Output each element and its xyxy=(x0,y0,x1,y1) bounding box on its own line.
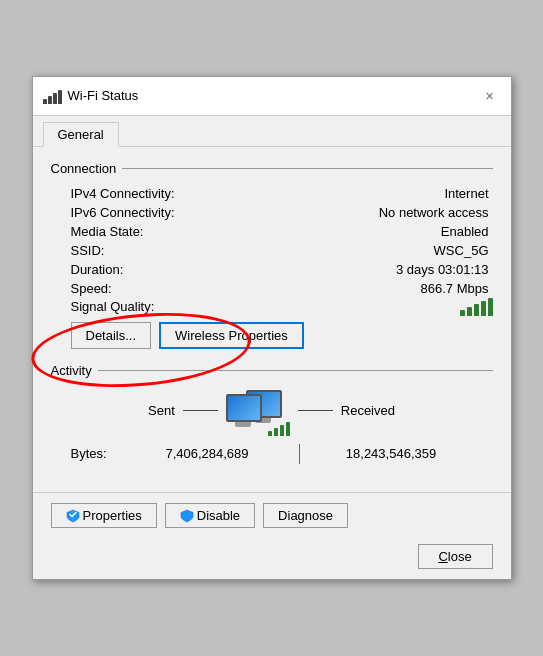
shield-disable-icon xyxy=(180,509,194,523)
table-row: IPv4 Connectivity: Internet xyxy=(51,184,493,203)
title-bar-left: Wi-Fi Status xyxy=(43,88,139,104)
connection-divider xyxy=(122,168,492,169)
media-state-value: Enabled xyxy=(281,222,493,241)
activity-divider xyxy=(98,370,493,371)
shield-icon xyxy=(66,509,80,523)
bytes-sent-value: 7,406,284,689 xyxy=(126,446,289,461)
tab-general[interactable]: General xyxy=(43,122,119,147)
wireless-properties-button[interactable]: Wireless Properties xyxy=(159,322,304,349)
window-title: Wi-Fi Status xyxy=(68,88,139,103)
act-bar-4 xyxy=(286,422,290,436)
ipv6-value: No network access xyxy=(281,203,493,222)
window-close-button[interactable]: × xyxy=(479,85,501,107)
signal-bar-2 xyxy=(467,307,472,316)
table-row: Speed: 866.7 Mbps xyxy=(51,279,493,298)
act-bar-3 xyxy=(280,425,284,436)
received-label: Received xyxy=(341,403,395,418)
tab-bar: General xyxy=(33,116,511,147)
ipv4-value: Internet xyxy=(281,184,493,203)
sent-line xyxy=(183,410,218,411)
activity-signal-bars xyxy=(268,422,290,436)
properties-label: Properties xyxy=(83,508,142,523)
monitor-front-stand xyxy=(235,422,251,427)
bytes-divider xyxy=(299,444,300,464)
duration-value: 3 days 03:01:13 xyxy=(281,260,493,279)
close-button[interactable]: Close xyxy=(418,544,493,569)
signal-bar-4 xyxy=(481,301,486,316)
sent-label: Sent xyxy=(148,403,175,418)
connection-header: Connection xyxy=(51,161,493,176)
wifi-title-icon xyxy=(43,88,62,104)
close-row: Close xyxy=(33,538,511,579)
content-area: Connection IPv4 Connectivity: Internet I… xyxy=(33,147,511,492)
ssid-value: WSC_5G xyxy=(281,241,493,260)
signal-quality-row: Signal Quality: xyxy=(51,298,493,316)
table-row: SSID: WSC_5G xyxy=(51,241,493,260)
network-computers-icon xyxy=(226,386,290,436)
bytes-label: Bytes: xyxy=(71,446,126,461)
signal-quality-label: Signal Quality: xyxy=(71,299,155,314)
bytes-received-value: 18,243,546,359 xyxy=(310,446,473,461)
connection-buttons-row: Details... Wireless Properties xyxy=(51,322,493,349)
duration-label: Duration: xyxy=(51,260,281,279)
signal-bars-icon xyxy=(460,298,493,316)
properties-button[interactable]: Properties xyxy=(51,503,157,529)
media-state-label: Media State: xyxy=(51,222,281,241)
disable-label: Disable xyxy=(197,508,240,523)
bytes-row: Bytes: 7,406,284,689 18,243,546,359 xyxy=(51,444,493,464)
table-row: IPv6 Connectivity: No network access xyxy=(51,203,493,222)
signal-bar-1 xyxy=(460,310,465,316)
activity-section: Activity Sent xyxy=(51,363,493,464)
connection-title: Connection xyxy=(51,161,123,176)
ipv6-label: IPv6 Connectivity: xyxy=(51,203,281,222)
ssid-label: SSID: xyxy=(51,241,281,260)
details-button[interactable]: Details... xyxy=(71,322,152,349)
wifi-status-window: Wi-Fi Status × General Connection IPv4 C… xyxy=(32,76,512,581)
title-bar: Wi-Fi Status × xyxy=(33,77,511,116)
speed-label: Speed: xyxy=(51,279,281,298)
activity-title: Activity xyxy=(51,363,98,378)
activity-visual: Sent xyxy=(51,386,493,436)
diagnose-button[interactable]: Diagnose xyxy=(263,503,348,529)
bottom-buttons-row: Properties Disable Diagnose xyxy=(33,492,511,539)
activity-header: Activity xyxy=(51,363,493,378)
table-row: Media State: Enabled xyxy=(51,222,493,241)
ipv4-label: IPv4 Connectivity: xyxy=(51,184,281,203)
disable-button[interactable]: Disable xyxy=(165,503,255,529)
act-bar-2 xyxy=(274,428,278,436)
speed-value: 866.7 Mbps xyxy=(281,279,493,298)
act-bar-1 xyxy=(268,431,272,436)
connection-section: Connection IPv4 Connectivity: Internet I… xyxy=(51,161,493,349)
close-label-rest: lose xyxy=(448,549,472,564)
monitor-front xyxy=(226,394,262,422)
connection-table: IPv4 Connectivity: Internet IPv6 Connect… xyxy=(51,184,493,298)
table-row: Duration: 3 days 03:01:13 xyxy=(51,260,493,279)
close-label-underline: C xyxy=(438,549,447,564)
received-line xyxy=(298,410,333,411)
signal-bar-3 xyxy=(474,304,479,316)
signal-bar-5 xyxy=(488,298,493,316)
